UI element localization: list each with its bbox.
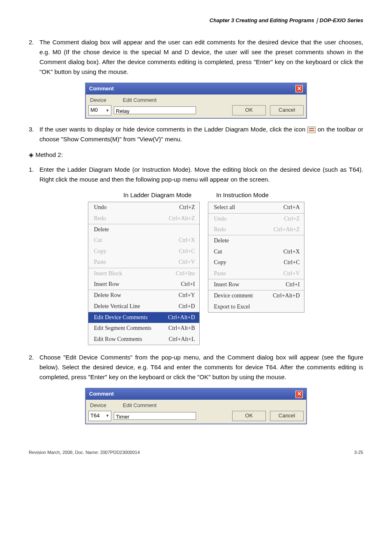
menu-item-shortcut: Ctrl+Alt+B bbox=[168, 324, 195, 333]
close-icon[interactable]: ✕ bbox=[295, 85, 303, 92]
close-icon[interactable]: ✕ bbox=[295, 391, 303, 398]
menu-item-label: Redo bbox=[94, 214, 106, 223]
instruction-mode-label: In Instruction Mode bbox=[216, 190, 269, 200]
menu-item[interactable]: CopyCtrl+C bbox=[88, 246, 199, 257]
dialog-title-text: Comment bbox=[89, 390, 114, 398]
menu-item-label: Delete bbox=[214, 236, 229, 245]
menu-item-label: Undo bbox=[214, 214, 227, 223]
menu-item-label: Select all bbox=[214, 203, 235, 212]
ladder-context-menu: UndoCtrl+ZRedoCtrl+Alt+Z DeleteCutCtrl+X… bbox=[88, 202, 200, 345]
cancel-button[interactable]: Cancel bbox=[270, 411, 304, 421]
menu-item[interactable]: CutCtrl+X bbox=[88, 235, 199, 246]
menu-item[interactable]: PasteCtrl+V bbox=[208, 268, 304, 279]
menu-item-label: Delete bbox=[94, 225, 109, 234]
m2-step-2: 2. Choose "Edit Device Comments" from th… bbox=[29, 352, 363, 382]
menu-item[interactable]: Edit Segment CommentsCtrl+Alt+B bbox=[88, 323, 199, 334]
device-select[interactable]: T64 ▼ bbox=[88, 411, 111, 421]
device-header: Device bbox=[90, 96, 106, 105]
step-3: 3. If the user wants to display or hide … bbox=[29, 124, 363, 144]
ok-button[interactable]: OK bbox=[232, 105, 266, 115]
menu-item-label: Insert Row bbox=[94, 280, 120, 289]
menu-item-shortcut: Ctrl+Alt+Z bbox=[273, 225, 300, 234]
menu-item-shortcut: Ctrl+Alt+D bbox=[168, 313, 195, 322]
menu-item-shortcut: Ctrl+A bbox=[284, 203, 300, 212]
menu-item[interactable]: CutCtrl+X bbox=[208, 246, 304, 257]
step-num: 3. bbox=[29, 124, 39, 144]
menu-item-label: Delete Row bbox=[94, 291, 121, 300]
context-menus: UndoCtrl+ZRedoCtrl+Alt+Z DeleteCutCtrl+X… bbox=[29, 202, 363, 345]
method-2-heading: ◈ Method 2: bbox=[29, 150, 363, 160]
menu-item-shortcut: Ctrl+V bbox=[284, 269, 300, 278]
cancel-button[interactable]: Cancel bbox=[270, 105, 304, 115]
menu-item[interactable]: Export to Excel bbox=[208, 302, 304, 312]
page-header: Chapter 3 Creating and Editing Programs｜… bbox=[29, 16, 363, 25]
m2-step-1: 1. Enter the Ladder Diagram Mode (or Ins… bbox=[29, 165, 363, 184]
page-footer: Revision March, 2008, Doc. Name: 2007PDD… bbox=[29, 449, 363, 456]
menu-item-shortcut: Ctrl+C bbox=[179, 247, 195, 256]
menu-item-label: Copy bbox=[94, 247, 106, 256]
menu-item[interactable]: Delete RowCtrl+Y bbox=[88, 290, 199, 301]
dialog-body: Device Edit Comment M0 ▼ Relay OK Cancel bbox=[86, 94, 306, 118]
menu-item-shortcut: Ctrl+X bbox=[179, 236, 195, 245]
menu-item[interactable]: Select allCtrl+A bbox=[208, 202, 304, 213]
device-value: M0 bbox=[90, 106, 98, 115]
ok-button[interactable]: OK bbox=[232, 411, 266, 421]
footer-right: 3-25 bbox=[354, 449, 363, 456]
menu-item-shortcut: Ctrl+I bbox=[286, 280, 300, 289]
menu-item-shortcut: Ctrl+Y bbox=[179, 291, 195, 300]
menu-item[interactable]: Delete Vertical LineCtrl+D bbox=[88, 301, 199, 312]
menu-item-shortcut: Ctrl+Z bbox=[284, 214, 300, 223]
device-header: Device bbox=[90, 401, 106, 410]
menu-item-label: Edit Row Comments bbox=[94, 335, 142, 344]
edit-header: Edit Comment bbox=[123, 401, 157, 410]
menu-item-label: Cut bbox=[214, 247, 222, 256]
menu-item-label: Edit Segment Comments bbox=[94, 324, 152, 333]
menu-item-label: Copy bbox=[214, 258, 226, 267]
edit-comment-input[interactable]: Timer bbox=[114, 412, 196, 420]
menu-item[interactable]: RedoCtrl+Alt+Z bbox=[88, 213, 199, 224]
menu-item-label: Undo bbox=[94, 203, 107, 212]
chevron-down-icon: ▼ bbox=[106, 413, 109, 419]
step-text: If the user wants to display or hide dev… bbox=[39, 124, 363, 144]
menu-item-shortcut: Ctrl+Alt+L bbox=[168, 335, 195, 344]
step-2: 2. The Comment dialog box will appear an… bbox=[29, 37, 363, 77]
menu-item-label: Redo bbox=[214, 225, 226, 234]
device-select[interactable]: M0 ▼ bbox=[88, 105, 111, 115]
menu-item[interactable]: CopyCtrl+C bbox=[208, 257, 304, 268]
step-num: 1. bbox=[29, 165, 39, 184]
menu-item-label: Edit Device Comments bbox=[94, 313, 148, 322]
edit-comment-input[interactable]: Relay bbox=[114, 106, 196, 114]
menu-item-shortcut: Ctrl+Z bbox=[179, 203, 195, 212]
dialog-titlebar: Comment ✕ bbox=[86, 83, 306, 94]
dialog-title-text: Comment bbox=[89, 85, 114, 93]
menu-item[interactable]: RedoCtrl+Alt+Z bbox=[208, 224, 304, 235]
menu-item[interactable]: Edit Device CommentsCtrl+Alt+D bbox=[88, 312, 199, 323]
menu-item-shortcut: Ctrl+Alt+Z bbox=[168, 214, 195, 223]
menu-item[interactable]: UndoCtrl+Z bbox=[208, 214, 304, 224]
menu-item-label: Insert Block bbox=[94, 269, 122, 278]
show-comments-icon bbox=[307, 127, 316, 133]
step-num: 2. bbox=[29, 37, 39, 77]
step-num: 2. bbox=[29, 352, 39, 382]
menu-item[interactable]: Delete bbox=[208, 235, 304, 246]
menu-item-label: Cut bbox=[94, 236, 102, 245]
menu-item-shortcut: Ctrl+V bbox=[179, 258, 195, 267]
menu-item[interactable]: Delete bbox=[88, 224, 199, 235]
menu-item[interactable]: Insert RowCtrl+I bbox=[88, 279, 199, 290]
menu-item[interactable]: Insert BlockCtrl+Ins bbox=[88, 268, 199, 279]
instruction-context-menu: Select allCtrl+A UndoCtrl+ZRedoCtrl+Alt+… bbox=[208, 202, 304, 313]
menu-item[interactable]: Edit Row CommentsCtrl+Alt+L bbox=[88, 334, 199, 345]
menu-item-label: Delete Vertical Line bbox=[94, 302, 140, 311]
menu-item[interactable]: Insert RowCtrl+I bbox=[208, 279, 304, 290]
menu-item-label: Export to Excel bbox=[214, 302, 250, 311]
comment-dialog-2: Comment ✕ Device Edit Comment T64 ▼ Time… bbox=[85, 388, 307, 424]
text-a: If the user wants to display or hide dev… bbox=[39, 126, 307, 133]
menu-item-label: Insert Row bbox=[214, 280, 240, 289]
menu-item-shortcut: Ctrl+D bbox=[179, 302, 195, 311]
menu-item[interactable]: PasteCtrl+V bbox=[88, 257, 199, 267]
menu-item[interactable]: UndoCtrl+Z bbox=[88, 202, 199, 213]
menu-item-shortcut: Ctrl+Alt+D bbox=[273, 291, 300, 300]
menu-item-shortcut: Ctrl+X bbox=[284, 247, 300, 256]
menu-item[interactable]: Device commentCtrl+Alt+D bbox=[208, 290, 304, 301]
menu-item-label: Paste bbox=[214, 269, 226, 278]
